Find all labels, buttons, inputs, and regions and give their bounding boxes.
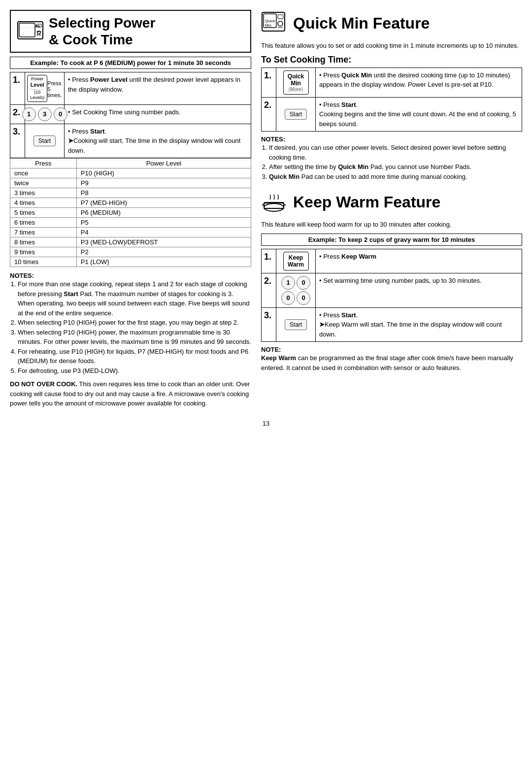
svg-point-14 [278, 21, 283, 26]
note-item-1: For more than one stage cooking, repeat … [18, 279, 251, 318]
power-row-7: 7 timesP4 [10, 228, 251, 237]
quick-min-section: Quick Min Quick Min Feature This feature… [261, 10, 522, 181]
digit-1-button[interactable]: 1 [22, 107, 36, 121]
quick-min-header: Quick Min Quick Min Feature [261, 10, 522, 37]
keep-warm-note: NOTE: Keep Warm can be programmed as the… [261, 346, 522, 372]
microwave-icon: P8 [17, 18, 44, 45]
power-row-5: 5 timesP6 (MEDIUM) [10, 208, 251, 218]
step-1-icon: Power Level (10 Levels) Press 5 times. [25, 72, 65, 104]
keep-warm-intro: This feature will keep food warm for up … [261, 220, 522, 230]
kw-step-2: 2. 1 0 0 0 • Set warming time using numb… [262, 273, 522, 308]
keep-warm-header: Keep Warm Feature [261, 189, 522, 216]
quick-min-intro: This feature allows you to set or add co… [261, 41, 522, 51]
kw-step-2-icon: 1 0 0 0 [276, 273, 316, 307]
qm-step-1: 1. Quick Min (More) • Press Quick Min un… [262, 68, 522, 98]
power-row-1: onceP10 (HIGH) [10, 168, 251, 178]
qm-note-1: If desired, you can use other power leve… [269, 143, 522, 162]
steps-table-left: 1. Power Level (10 Levels) Press 5 times… [10, 72, 251, 158]
step-3-icon: Start [25, 124, 65, 158]
start-button-qm[interactable]: Start [285, 109, 307, 120]
qm-notes-list: If desired, you can use other power leve… [269, 143, 522, 181]
qm-note-3: Quick Min Pad can be used to add more ti… [269, 172, 522, 182]
notes-list-left: For more than one stage cooking, repeat … [18, 279, 251, 375]
power-row-10: 10 timesP1 (LOW) [10, 257, 251, 267]
quick-min-title: Quick Min Feature [293, 14, 430, 33]
qm-step-2-icon: Start [276, 98, 316, 132]
kw-step-1-icon: Keep Warm [276, 249, 316, 273]
qm-step-1-icon: Quick Min (More) [276, 68, 316, 97]
example-box-left: Example: To cook at P 6 (MEDIUM) power f… [10, 57, 251, 69]
page-number: 13 [10, 420, 522, 427]
power-row-2: twiceP9 [10, 178, 251, 188]
microwave-svg: P8 [17, 18, 44, 45]
step-1-row: 1. Power Level (10 Levels) Press 5 times… [10, 72, 251, 105]
svg-rect-13 [278, 15, 283, 19]
note-item-2: When selecting P10 (HIGH) power for the … [18, 318, 251, 328]
keep-warm-header-icon [261, 189, 288, 216]
kw-digit-1[interactable]: 1 [281, 276, 295, 290]
svg-rect-1 [19, 23, 35, 37]
kw-step-1-num: 1. [262, 249, 276, 273]
notes-left: NOTES: For more than one stage cooking, … [10, 272, 251, 375]
to-set-cooking-time: To Set Cooking Time: [261, 55, 522, 65]
step-2-row: 2. 1 3 0 • Set Cooking Time using number… [10, 105, 251, 124]
keep-warm-steps: 1. Keep Warm • Press Keep Warm 2. [261, 249, 522, 342]
kw-step-3: 3. Start • Press Start. ➤Keep Warm will … [262, 308, 522, 342]
kw-step-3-num: 3. [262, 308, 276, 342]
power-row-4: 4 timesP7 (MED-HIGH) [10, 198, 251, 208]
power-row-6: 6 timesP5 [10, 218, 251, 228]
power-table: Press Power Level onceP10 (HIGH) twiceP9… [10, 158, 251, 267]
kw-step-1: 1. Keep Warm • Press Keep Warm [262, 249, 522, 273]
step-3-row: 3. Start • Press Start. ➤Cooking will st… [10, 124, 251, 158]
press-header: Press [10, 159, 77, 168]
svg-text:P8: P8 [35, 25, 40, 28]
note-item-4: For reheating, use P10 (HIGH) for liquid… [18, 347, 251, 366]
qm-step-1-text: • Press Quick Min until the desired cook… [316, 68, 522, 97]
power-row-8: 8 timesP3 (MED-LOW)/DEFROST [10, 237, 251, 247]
start-button-left[interactable]: Start [33, 135, 56, 146]
svg-point-16 [264, 203, 284, 211]
quick-min-steps: 1. Quick Min (More) • Press Quick Min un… [261, 67, 522, 132]
qm-step-2-num: 2. [262, 98, 276, 132]
power-row-3: 3 timesP8 [10, 188, 251, 198]
note-item-5: For defrosting, use P3 (MED-LOW). [18, 366, 251, 376]
step-1-text: • Press Power Level until the desired po… [65, 72, 251, 104]
step-3-text: • Press Start. ➤Cooking will start. The … [65, 124, 251, 158]
step-2-icon: 1 3 0 [25, 105, 65, 124]
kw-step-3-icon: Start [276, 308, 316, 342]
power-level-header: Power Level [76, 159, 251, 168]
power-row-9: 9 timesP2 [10, 247, 251, 257]
right-column: Quick Min Quick Min Feature This feature… [261, 10, 522, 412]
kw-step-1-text: • Press Keep Warm [316, 249, 522, 273]
svg-text:Quick: Quick [265, 19, 275, 23]
kw-digit-0c[interactable]: 0 [297, 291, 310, 305]
keep-warm-title: Keep Warm Feature [293, 193, 440, 211]
kw-step-2-num: 2. [262, 273, 276, 307]
kw-step-2-text: • Set warming time using number pads, up… [316, 273, 522, 307]
kw-digit-0a[interactable]: 0 [297, 276, 310, 290]
left-column: P8 Selecting Power & Cook Time Example: … [10, 10, 251, 412]
svg-text:Min: Min [265, 23, 271, 28]
qm-note-2: After setting the time by Quick Min Pad,… [269, 162, 522, 172]
kw-step-3-text: • Press Start. ➤Keep Warm will start. Th… [316, 308, 522, 342]
qm-step-2: 2. Start • Press Start. Cooking begins a… [262, 98, 522, 132]
qm-step-2-text: • Press Start. Cooking begins and the ti… [316, 98, 522, 132]
quick-min-notes: NOTES: If desired, you can use other pow… [261, 135, 522, 181]
step-1-sub: Press 5 times. [47, 80, 62, 98]
step-2-text: • Set Cooking Time using number pads. [65, 105, 251, 124]
selecting-power-title: Selecting Power & Cook Time [49, 15, 155, 48]
warning-left: DO NOT OVER COOK. This oven requires les… [10, 379, 251, 408]
selecting-power-header: P8 Selecting Power & Cook Time [10, 10, 251, 53]
note-item-3: When selecting P10 (HIGH) power, the max… [18, 328, 251, 347]
start-button-kw[interactable]: Start [285, 319, 307, 330]
keep-warm-button[interactable]: Keep Warm [283, 252, 309, 270]
power-table-header: Press Power Level [10, 159, 251, 168]
qm-step-1-num: 1. [262, 68, 276, 97]
step-3-num: 3. [10, 124, 25, 158]
digit-3-button[interactable]: 3 [38, 107, 52, 121]
power-level-button[interactable]: Power Level (10 Levels) [27, 75, 47, 102]
step-1-num: 1. [10, 72, 25, 104]
kw-digit-0b[interactable]: 0 [281, 291, 295, 305]
quick-min-header-icon: Quick Min [261, 10, 288, 37]
quick-min-button[interactable]: Quick Min (More) [283, 70, 309, 95]
